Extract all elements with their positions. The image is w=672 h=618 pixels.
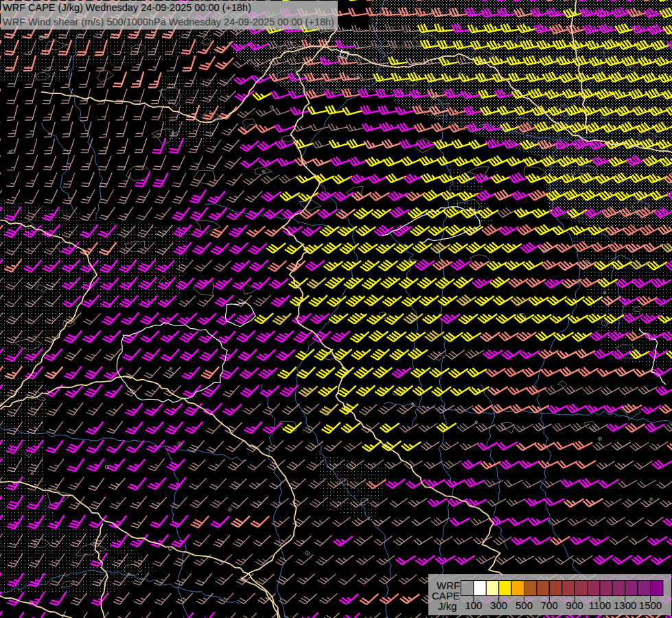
svg-text:J/kg: J/kg xyxy=(438,600,457,612)
svg-text:100: 100 xyxy=(465,599,482,611)
svg-text:700: 700 xyxy=(541,599,558,611)
svg-text:1300: 1300 xyxy=(614,599,636,611)
svg-text:500: 500 xyxy=(515,599,533,611)
svg-text:300: 300 xyxy=(490,599,507,611)
svg-text:1100: 1100 xyxy=(589,599,611,611)
svg-text:1500: 1500 xyxy=(639,599,662,611)
svg-text:900: 900 xyxy=(566,599,583,611)
